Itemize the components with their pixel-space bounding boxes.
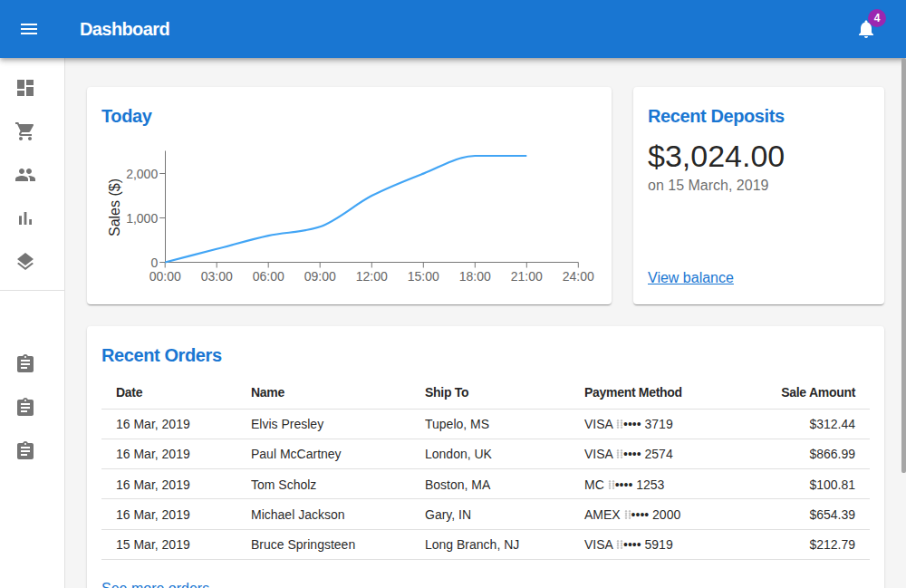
svg-text:Sales ($): Sales ($) xyxy=(107,178,122,236)
svg-text:00:00: 00:00 xyxy=(149,269,181,284)
svg-text:24:00: 24:00 xyxy=(563,269,594,284)
svg-text:0: 0 xyxy=(150,255,158,270)
svg-text:15:00: 15:00 xyxy=(408,269,439,284)
svg-text:18:00: 18:00 xyxy=(459,269,491,284)
svg-text:21:00: 21:00 xyxy=(511,269,543,284)
svg-text:2,000: 2,000 xyxy=(126,167,158,181)
svg-text:03:00: 03:00 xyxy=(201,269,233,284)
svg-text:1,000: 1,000 xyxy=(126,211,158,226)
svg-text:12:00: 12:00 xyxy=(356,269,388,284)
svg-text:09:00: 09:00 xyxy=(304,269,336,284)
svg-text:06:00: 06:00 xyxy=(253,269,284,284)
